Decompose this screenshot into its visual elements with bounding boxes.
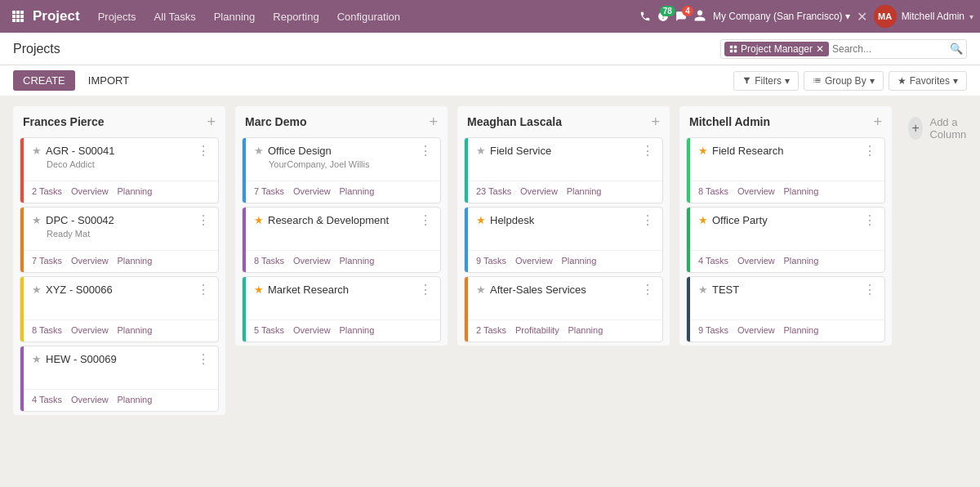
card-title[interactable]: DPC - S00042 <box>46 214 114 226</box>
card-menu-icon[interactable]: ⋮ <box>863 214 876 227</box>
card-menu-icon[interactable]: ⋮ <box>419 284 432 297</box>
card-menu-icon[interactable]: ⋮ <box>419 145 432 158</box>
card-menu-icon[interactable]: ⋮ <box>641 284 654 297</box>
card-title[interactable]: HEW - S00069 <box>46 353 117 365</box>
task-count[interactable]: 7 Tasks <box>32 256 62 266</box>
card-menu-icon[interactable]: ⋮ <box>863 145 876 158</box>
card-link-overview[interactable]: Overview <box>737 256 775 266</box>
nav-reporting[interactable]: Reporting <box>265 7 327 26</box>
card-title[interactable]: Field Research <box>712 145 783 157</box>
task-count[interactable]: 23 Tasks <box>476 186 511 196</box>
nav-projects[interactable]: Projects <box>90 7 145 26</box>
card-link-overview[interactable]: Overview <box>71 186 109 196</box>
card-link-overview[interactable]: Overview <box>293 256 331 266</box>
search-icon[interactable]: 🔍 <box>950 42 963 55</box>
column-add-card[interactable]: + <box>207 114 216 129</box>
create-button[interactable]: CREATE <box>13 70 75 91</box>
card-menu-icon[interactable]: ⋮ <box>863 284 876 297</box>
card-link-planning[interactable]: Planning <box>340 256 375 266</box>
card-menu-icon[interactable]: ⋮ <box>419 214 432 227</box>
card-link-overview[interactable]: Overview <box>71 256 109 266</box>
favorite-icon[interactable]: ★ <box>32 284 42 296</box>
card-link-planning[interactable]: Planning <box>118 256 153 266</box>
card-menu-icon[interactable]: ⋮ <box>197 145 210 158</box>
card-link-overview[interactable]: Overview <box>520 186 558 196</box>
card-title[interactable]: Helpdesk <box>490 214 534 226</box>
task-count[interactable]: 8 Tasks <box>32 325 62 335</box>
task-count[interactable]: 2 Tasks <box>32 186 62 196</box>
close-icon[interactable]: ✕ <box>857 9 867 25</box>
card-link-planning[interactable]: Planning <box>118 395 153 404</box>
card-link-overview[interactable]: Overview <box>737 186 775 196</box>
card-link-overview[interactable]: Overview <box>737 325 775 335</box>
column-add-card[interactable]: + <box>873 114 882 129</box>
task-count[interactable]: 4 Tasks <box>32 395 62 404</box>
card-link-overview[interactable]: Overview <box>293 186 331 196</box>
favorite-icon[interactable]: ★ <box>698 214 708 226</box>
card-title[interactable]: Office Design <box>268 145 332 157</box>
group-by-button[interactable]: Group By ▾ <box>804 71 884 91</box>
card-title[interactable]: Field Service <box>490 145 551 157</box>
card-link-planning[interactable]: Planning <box>118 186 153 196</box>
card-link-planning[interactable]: Planning <box>567 186 602 196</box>
card-title[interactable]: TEST <box>712 284 739 296</box>
remove-filter-icon[interactable]: ✕ <box>816 43 824 55</box>
card-link-planning[interactable]: Planning <box>562 256 597 266</box>
task-count[interactable]: 5 Tasks <box>254 325 284 335</box>
card-menu-icon[interactable]: ⋮ <box>197 214 210 227</box>
favorite-icon[interactable]: ★ <box>32 214 42 226</box>
favorites-button[interactable]: ★ Favorites ▾ <box>889 71 967 91</box>
card-link-planning[interactable]: Planning <box>784 325 819 335</box>
favorite-icon[interactable]: ★ <box>32 145 42 157</box>
project-manager-filter[interactable]: Project Manager ✕ <box>724 42 829 56</box>
nav-all-tasks[interactable]: All Tasks <box>146 7 204 26</box>
task-count[interactable]: 9 Tasks <box>698 325 728 335</box>
import-button[interactable]: IMPORT <box>82 70 136 91</box>
favorite-icon[interactable]: ★ <box>698 145 708 157</box>
nav-planning[interactable]: Planning <box>206 7 264 26</box>
company-selector[interactable]: My Company (San Francisco) ▾ <box>713 11 850 22</box>
favorite-icon[interactable]: ★ <box>476 284 486 296</box>
card-link-overview[interactable]: Overview <box>293 325 331 335</box>
card-link-planning[interactable]: Planning <box>568 325 603 335</box>
card-title[interactable]: Office Party <box>712 214 768 226</box>
card-menu-icon[interactable]: ⋮ <box>641 145 654 158</box>
column-add-card[interactable]: + <box>651 114 660 129</box>
card-title[interactable]: XYZ - S00066 <box>46 284 113 296</box>
card-menu-icon[interactable]: ⋮ <box>197 353 210 366</box>
person-icon[interactable] <box>693 9 706 25</box>
card-link-planning[interactable]: Planning <box>784 256 819 266</box>
card-link-profitability[interactable]: Profitability <box>515 325 559 335</box>
favorite-icon[interactable]: ★ <box>254 284 264 296</box>
task-count[interactable]: 8 Tasks <box>254 256 284 266</box>
search-input[interactable] <box>832 43 947 55</box>
activity-icon[interactable]: 78 <box>657 11 669 22</box>
task-count[interactable]: 8 Tasks <box>698 186 728 196</box>
card-link-overview[interactable]: Overview <box>71 325 109 335</box>
favorite-icon[interactable]: ★ <box>254 145 264 157</box>
card-title[interactable]: AGR - S00041 <box>46 145 115 157</box>
favorite-icon[interactable]: ★ <box>32 353 42 365</box>
favorite-icon[interactable]: ★ <box>476 145 486 157</box>
task-count[interactable]: 7 Tasks <box>254 186 284 196</box>
task-count[interactable]: 9 Tasks <box>476 256 506 266</box>
favorite-icon[interactable]: ★ <box>476 214 486 226</box>
card-link-planning[interactable]: Planning <box>118 325 153 335</box>
card-link-overview[interactable]: Overview <box>515 256 553 266</box>
add-column-button[interactable]: +Add a Column <box>902 106 980 150</box>
card-link-overview[interactable]: Overview <box>71 395 109 404</box>
task-count[interactable]: 4 Tasks <box>698 256 728 266</box>
card-title[interactable]: Market Research <box>268 284 349 296</box>
nav-configuration[interactable]: Configuration <box>329 7 408 26</box>
user-menu[interactable]: MA Mitchell Admin ▾ <box>874 5 973 28</box>
phone-icon[interactable] <box>639 11 651 22</box>
task-count[interactable]: 2 Tasks <box>476 325 506 335</box>
favorite-icon[interactable]: ★ <box>254 214 264 226</box>
card-menu-icon[interactable]: ⋮ <box>641 214 654 227</box>
card-link-planning[interactable]: Planning <box>784 186 819 196</box>
filters-button[interactable]: Filters ▾ <box>733 71 799 91</box>
messages-icon[interactable]: 4 <box>675 11 687 22</box>
column-add-card[interactable]: + <box>429 114 438 129</box>
card-menu-icon[interactable]: ⋮ <box>197 284 210 297</box>
card-title[interactable]: After-Sales Services <box>490 284 586 296</box>
